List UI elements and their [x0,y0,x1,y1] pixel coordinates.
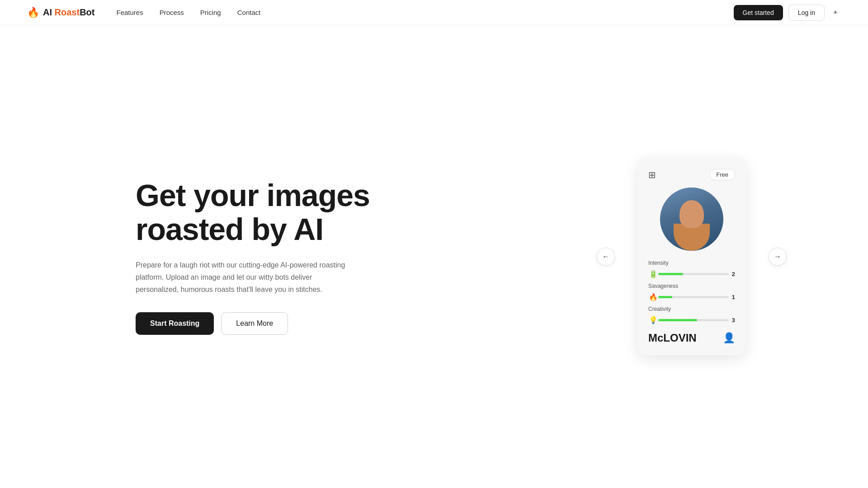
logo-bot: Bot [80,7,94,17]
avatar-face [660,188,723,251]
creativity-value: 3 [729,317,735,324]
stats-section: Intensity 🔋 2 Savageness 🔥 [648,260,735,324]
logo-text: AI RoastBot [43,7,94,18]
intensity-bar-wrap [658,273,729,275]
savageness-bar-wrap [658,296,729,298]
carousel-next-button[interactable]: → [769,248,787,266]
creativity-label-row: Creativity [648,306,735,312]
nav-item-contact[interactable]: Contact [237,9,261,17]
login-button[interactable]: Log in [788,5,825,21]
hero-card-area: ← ⊞ Free Intensity 🔋 [606,158,778,355]
theme-toggle-button[interactable]: ☀ [830,6,841,19]
nav-link-contact[interactable]: Contact [237,9,261,16]
savageness-label: Savageness [648,283,735,289]
avatar [660,188,723,251]
creativity-bar-wrap [658,319,729,321]
savageness-label-row: Savageness [648,283,735,289]
flame-icon: 🔥 [27,7,39,19]
nav-item-features[interactable]: Features [116,9,143,17]
savageness-row: 🔥 1 [648,293,735,301]
nav-item-pricing[interactable]: Pricing [200,9,221,17]
nav-link-features[interactable]: Features [116,9,143,16]
card-username: McLOVIN [648,332,697,344]
intensity-row: 🔋 2 [648,270,735,278]
carousel-prev-button[interactable]: ← [597,248,615,266]
get-started-button[interactable]: Get started [734,5,783,20]
savageness-bar [658,296,672,298]
hero-title: Get your images roasted by AI [136,178,389,246]
nav-link-pricing[interactable]: Pricing [200,9,221,16]
roast-card: ⊞ Free Intensity 🔋 2 [637,158,746,355]
sun-icon: ☀ [833,9,838,16]
card-top: ⊞ Free [648,169,735,180]
creativity-row: 💡 3 [648,316,735,324]
nav-item-process[interactable]: Process [160,9,184,17]
logo-ai: AI [43,7,55,17]
hero-content: Get your images roasted by AI Prepare fo… [136,178,389,334]
fire-icon: 🔥 [648,293,658,301]
intensity-value: 2 [729,271,735,277]
creativity-bar [658,319,697,321]
free-badge: Free [709,169,735,180]
hero-description: Prepare for a laugh riot with our cuttin… [136,259,353,296]
intensity-label: Intensity [648,260,735,266]
bulb-icon: 💡 [648,316,658,324]
battery-icon: 🔋 [648,270,658,278]
nav-link-process[interactable]: Process [160,9,184,16]
logo[interactable]: 🔥 AI RoastBot [27,7,94,19]
navbar: 🔥 AI RoastBot Features Process Pricing C… [0,0,868,25]
grid-icon: ⊞ [648,169,656,180]
hero-section: Get your images roasted by AI Prepare fo… [0,25,868,488]
creativity-label: Creativity [648,306,735,312]
card-footer: McLOVIN 👤 [648,332,735,344]
intensity-bar [658,273,683,275]
logo-roast: Roast [55,7,80,17]
navbar-right: Get started Log in ☀ [734,5,841,21]
intensity-label-row: Intensity [648,260,735,266]
savageness-value: 1 [729,294,735,300]
user-icon: 👤 [723,332,735,344]
start-roasting-button[interactable]: Start Roasting [136,312,214,335]
nav-links: Features Process Pricing Contact [116,9,260,17]
navbar-left: 🔥 AI RoastBot Features Process Pricing C… [27,7,260,19]
hero-buttons: Start Roasting Learn More [136,312,389,335]
learn-more-button[interactable]: Learn More [221,312,288,335]
